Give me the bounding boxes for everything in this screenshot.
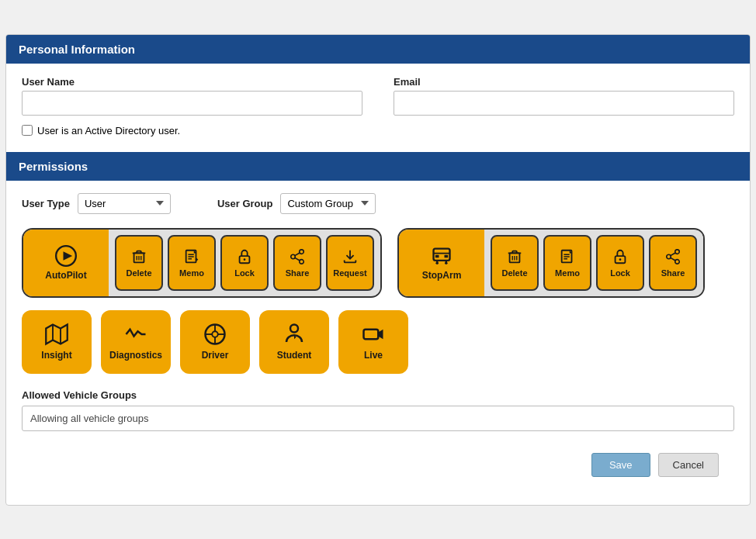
diagnostics-button[interactable]: Diagnostics xyxy=(101,310,171,374)
svg-rect-21 xyxy=(445,254,449,257)
stoparm-main-button[interactable]: StopArm xyxy=(399,228,484,298)
live-button[interactable]: Live xyxy=(338,310,408,374)
autopilot-main-button[interactable]: AutoPilot xyxy=(23,228,109,298)
stoparm-lock-label: Lock xyxy=(610,268,630,278)
autopilot-icon xyxy=(55,245,77,267)
svg-point-14 xyxy=(300,259,304,264)
active-directory-checkbox[interactable] xyxy=(22,125,33,136)
autopilot-permission-group: AutoPilot Delete xyxy=(22,228,382,298)
stoparm-memo-button[interactable]: Memo xyxy=(543,235,591,291)
personal-info-title: Personal Information xyxy=(19,43,135,56)
username-label: User Name xyxy=(22,76,362,88)
svg-point-47 xyxy=(212,331,218,337)
svg-marker-1 xyxy=(64,251,73,261)
stoparm-lock-button[interactable]: Lock xyxy=(596,235,644,291)
svg-point-52 xyxy=(290,325,298,333)
autopilot-share-label: Share xyxy=(286,268,310,278)
autopilot-label: AutoPilot xyxy=(45,270,86,281)
insight-button[interactable]: Insight xyxy=(22,310,92,374)
autopilot-request-label: Request xyxy=(333,268,366,278)
name-email-row: User Name Email xyxy=(22,76,734,116)
stoparm-sub-buttons: Delete Memo xyxy=(484,230,703,295)
stoparm-delete-icon xyxy=(506,248,523,265)
autopilot-delete-button[interactable]: Delete xyxy=(115,235,163,291)
vehicle-groups-section: Allowed Vehicle Groups xyxy=(22,389,734,431)
driver-button[interactable]: Driver xyxy=(180,310,250,374)
svg-rect-20 xyxy=(435,254,439,257)
email-input[interactable] xyxy=(394,91,734,116)
svg-line-40 xyxy=(671,252,675,255)
stoparm-label: StopArm xyxy=(422,270,462,281)
stoparm-memo-label: Memo xyxy=(555,268,580,278)
diagnostics-label: Diagnostics xyxy=(109,350,162,361)
svg-point-35 xyxy=(619,258,622,261)
svg-point-24 xyxy=(435,261,439,264)
stoparm-permission-group: StopArm Delete xyxy=(397,228,705,298)
delete-icon xyxy=(130,248,147,265)
save-button[interactable]: Save xyxy=(591,453,650,477)
live-icon xyxy=(362,323,385,346)
svg-rect-18 xyxy=(434,248,450,260)
permissions-header: Permissions xyxy=(6,152,750,181)
svg-marker-43 xyxy=(46,325,68,344)
driver-icon xyxy=(203,323,227,346)
svg-point-37 xyxy=(667,254,671,259)
autopilot-sub-buttons: Delete Memo xyxy=(109,230,380,295)
student-label: Student xyxy=(277,350,312,361)
main-container: Personal Information User Name Email Use… xyxy=(5,34,751,506)
user-type-label: User Type xyxy=(22,198,70,209)
user-type-row: User Type User Admin Guest User Group Cu… xyxy=(22,193,734,214)
autopilot-memo-label: Memo xyxy=(179,268,204,278)
vehicle-groups-input[interactable] xyxy=(22,406,734,431)
driver-label: Driver xyxy=(202,350,229,361)
permission-buttons-row: AutoPilot Delete xyxy=(22,228,734,298)
svg-point-25 xyxy=(445,261,448,264)
autopilot-request-button[interactable]: Request xyxy=(326,235,374,291)
svg-point-13 xyxy=(291,254,296,259)
autopilot-lock-button[interactable]: Lock xyxy=(220,235,269,291)
autopilot-delete-label: Delete xyxy=(126,268,151,278)
user-group-select[interactable]: Custom Group Default Group xyxy=(280,193,376,214)
stoparm-share-label: Share xyxy=(661,268,685,278)
personal-info-section: User Name Email User is an Active Direct… xyxy=(6,64,750,152)
username-group: User Name xyxy=(22,76,362,116)
share-icon xyxy=(289,248,306,265)
stoparm-delete-button[interactable]: Delete xyxy=(491,235,539,291)
email-label: Email xyxy=(394,76,734,88)
diagnostics-icon xyxy=(124,323,147,346)
autopilot-share-button[interactable]: Share xyxy=(273,235,321,291)
stoparm-lock-icon xyxy=(612,248,629,265)
footer-buttons: Save Cancel xyxy=(22,444,734,489)
active-directory-row: User is an Active Directory user. xyxy=(22,125,734,136)
student-icon xyxy=(283,323,306,346)
vehicle-groups-label: Allowed Vehicle Groups xyxy=(22,389,734,401)
request-icon xyxy=(342,248,359,265)
user-group-group: User Group Custom Group Default Group xyxy=(217,193,376,214)
user-type-select[interactable]: User Admin Guest xyxy=(78,193,171,214)
permissions-section: User Type User Admin Guest User Group Cu… xyxy=(6,181,750,505)
svg-line-15 xyxy=(295,257,300,261)
svg-point-36 xyxy=(675,249,680,254)
username-input[interactable] xyxy=(22,91,362,116)
svg-line-39 xyxy=(671,257,675,261)
autopilot-lock-label: Lock xyxy=(234,268,255,278)
svg-point-12 xyxy=(300,249,304,254)
stoparm-delete-label: Delete xyxy=(501,268,527,278)
svg-point-11 xyxy=(244,258,246,261)
memo-icon xyxy=(183,248,200,265)
feature-buttons-row: Insight Diagnostics Driver xyxy=(22,310,734,374)
personal-info-header: Personal Information xyxy=(6,35,750,64)
active-directory-label: User is an Active Directory user. xyxy=(37,125,180,136)
stoparm-share-icon xyxy=(664,248,681,265)
cancel-button[interactable]: Cancel xyxy=(658,453,719,477)
student-button[interactable]: Student xyxy=(259,310,329,374)
email-group: Email xyxy=(394,76,734,116)
insight-label: Insight xyxy=(41,350,71,361)
insight-map-icon xyxy=(45,323,68,346)
svg-rect-53 xyxy=(364,330,379,340)
user-group-label: User Group xyxy=(217,198,273,209)
autopilot-memo-button[interactable]: Memo xyxy=(168,235,216,291)
stoparm-memo-icon xyxy=(559,248,576,265)
user-type-group: User Type User Admin Guest xyxy=(22,193,171,214)
stoparm-share-button[interactable]: Share xyxy=(649,235,697,291)
